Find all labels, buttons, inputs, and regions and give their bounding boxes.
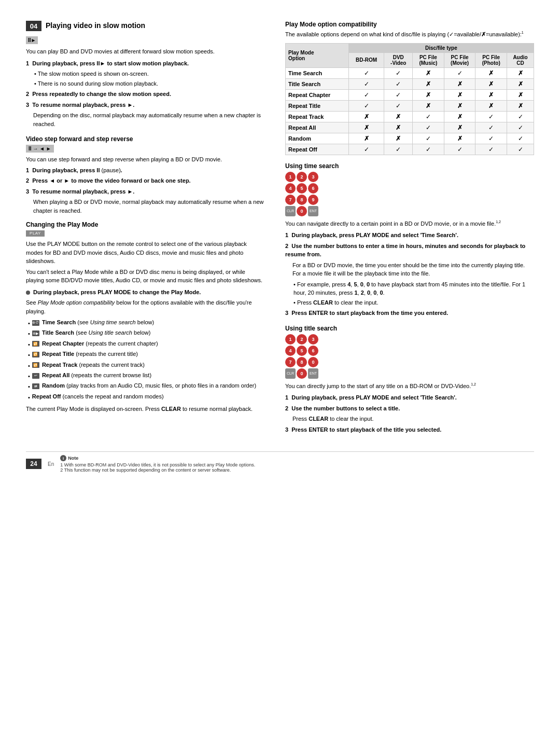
title-step3: 3 Press ENTER to start playback of the t… (285, 425, 534, 434)
right-column: Play Mode option compatibility The avail… (285, 21, 534, 436)
step-forward-intro: You can use step forward and step revers… (26, 155, 264, 164)
numpad-clear: CLR (285, 206, 296, 216)
table-cell: ✗ (444, 78, 475, 89)
table-cell: ✗ (384, 122, 413, 133)
note-label: i Note (60, 455, 78, 461)
slow-motion-icon: II► (28, 37, 36, 43)
table-cell: ✓ (507, 144, 534, 155)
table-cell: ✓ (384, 100, 413, 111)
table-cell: ✓ (475, 111, 507, 122)
step3-slow: 3 To resume normal playback, press ►. (26, 101, 264, 109)
table-cell: ✗ (475, 67, 507, 78)
table-cell: ✗ (444, 111, 475, 122)
table-cell: ✓ (384, 144, 413, 155)
table-cell: ✗ (475, 89, 507, 100)
table-cell: ✗ (444, 122, 475, 133)
compat-table: Play ModeOption Disc/file type BD-ROM DV… (285, 43, 534, 155)
table-cell: ✗ (507, 67, 534, 78)
title-step2: 2 Use the number buttons to select a tit… (285, 404, 534, 413)
page-container: 04 Playing video in slow motion II► You … (26, 21, 534, 473)
table-cell: ✓ (348, 89, 384, 100)
bullet-nosound: There is no sound during slow motion pla… (34, 79, 264, 88)
col-header-disc-file: Disc/file type (348, 43, 534, 52)
play-mode-see: See Play Mode option compatibility below… (26, 298, 264, 315)
col-pc-music: PC File(Music) (413, 52, 444, 67)
table-row-label: Title Search (286, 78, 349, 89)
random-icon: ⇄ (32, 383, 39, 389)
table-cell: ✗ (507, 78, 534, 89)
title-step1: 1 During playback, press PLAY MODE and s… (285, 393, 534, 402)
numpad-6: 6 (308, 183, 318, 194)
step2-stepfwd: 2 Press ◄ or ► to move the video forward… (26, 176, 264, 185)
slow-motion-intro: You can play BD and DVD movies at differ… (26, 47, 264, 56)
title-search-intro: You can directly jump to the start of an… (285, 382, 534, 391)
main-content: 04 Playing video in slow motion II► You … (26, 21, 534, 436)
numpad-4: 4 (285, 183, 296, 194)
list-item-title-search: • ⊕▶ Title Search (see Using title searc… (26, 329, 264, 338)
table-cell: ✓ (413, 111, 444, 122)
time-step1: 1 During playback, press PLAY MODE and s… (285, 231, 534, 240)
table-cell: ✓ (475, 133, 507, 144)
step1-stepfwd: 1 During playback, press II (pause). (26, 166, 264, 175)
play-mode-list: • ⊕⏱ Time Search (see Using time search … (26, 319, 264, 402)
table-row-label: Repeat Chapter (286, 89, 349, 100)
note-1: 1 With some BD-ROM and DVD-Video titles,… (60, 462, 534, 467)
table-cell: ✓ (475, 122, 507, 133)
table-row-label: Repeat Title (286, 100, 349, 111)
slow-disc-note: Depending on the disc, normal playback m… (26, 111, 264, 128)
table-cell: ✓ (384, 78, 413, 89)
table-cell: ✓ (507, 133, 534, 144)
step2-slow: 2 Press repeatedly to change the slow mo… (26, 90, 264, 99)
footer-notes: i Note 1 With some BD-ROM and DVD-Video … (60, 455, 534, 473)
numpad-3: 3 (308, 172, 318, 182)
table-cell: ✗ (475, 78, 507, 89)
table-cell: ✓ (507, 111, 534, 122)
main-title: Playing video in slow motion (46, 21, 145, 30)
page-number-badge: 24 (26, 459, 41, 469)
col-dvd-video: DVD-Video (384, 52, 413, 67)
page-footer: 24 En i Note 1 With some BD-ROM and DVD-… (26, 451, 534, 473)
time-step3: 3 Press ENTER to start playback from the… (285, 309, 534, 318)
numpad-title-search: 1 2 3 4 5 6 7 8 0 CLR 0 ENT (285, 334, 318, 379)
table-cell: ✗ (348, 122, 384, 133)
numpad-9: 9 (308, 195, 318, 205)
table-cell: ✗ (444, 89, 475, 100)
play-mode-title: Changing the Play Mode (26, 221, 264, 228)
table-cell: ✓ (384, 89, 413, 100)
title-search-icon: ⊕▶ (32, 330, 39, 336)
time-step2-detail: For a BD or DVD movie, the time you ente… (285, 261, 534, 278)
table-cell: ✓ (444, 144, 475, 155)
table-cell: ✓ (348, 144, 384, 155)
step-icons: II → ◄ ► (29, 146, 51, 151)
list-item-repeat-track: • 🔁 Repeat Track (repeats the current tr… (26, 361, 264, 370)
numpad-5: 5 (297, 183, 307, 194)
table-cell: ✓ (348, 100, 384, 111)
repeat-all-icon: ↩ (32, 373, 39, 379)
table-row-label: Time Search (286, 67, 349, 78)
time-search-intro: You can navigate directly to a certain p… (285, 219, 534, 228)
time-bullet2: Press CLEAR to clear the input. (293, 298, 534, 307)
table-cell: ✗ (413, 67, 444, 78)
numpad-0: 0 (297, 206, 307, 216)
list-item-repeat-chapter: • 🔁 Repeat Chapter (repeats the current … (26, 340, 264, 349)
play-mode-note1: You can't select a Play Mode while a BD … (26, 268, 264, 285)
table-cell: ✓ (413, 133, 444, 144)
bullet-slowspeed: The slow motion speed is shown on-screen… (34, 70, 264, 78)
table-cell: ✗ (384, 111, 413, 122)
note-2: 2 This function may not be supported dep… (60, 467, 534, 473)
list-item-time-search: • ⊕⏱ Time Search (see Using time search … (26, 319, 264, 327)
compat-intro: The available options depend on what kin… (285, 30, 534, 39)
time-search-icon: ⊕⏱ (32, 320, 39, 326)
table-cell: ✗ (348, 133, 384, 144)
table-cell: ✓ (348, 78, 384, 89)
step-fwd-note: When playing a BD or DVD movie, normal p… (26, 198, 264, 215)
table-row-label: Repeat All (286, 122, 349, 133)
col-bd-rom: BD-ROM (348, 52, 384, 67)
table-cell: ✗ (384, 133, 413, 144)
table-cell: ✗ (444, 100, 475, 111)
time-search-title: Using time search (285, 162, 534, 170)
table-cell: ✗ (348, 111, 384, 122)
numpad-2: 2 (297, 172, 307, 182)
list-item-repeat-title: • 🔁 Repeat Title (repeats the current ti… (26, 350, 264, 359)
note-circle-icon: i (60, 455, 66, 461)
